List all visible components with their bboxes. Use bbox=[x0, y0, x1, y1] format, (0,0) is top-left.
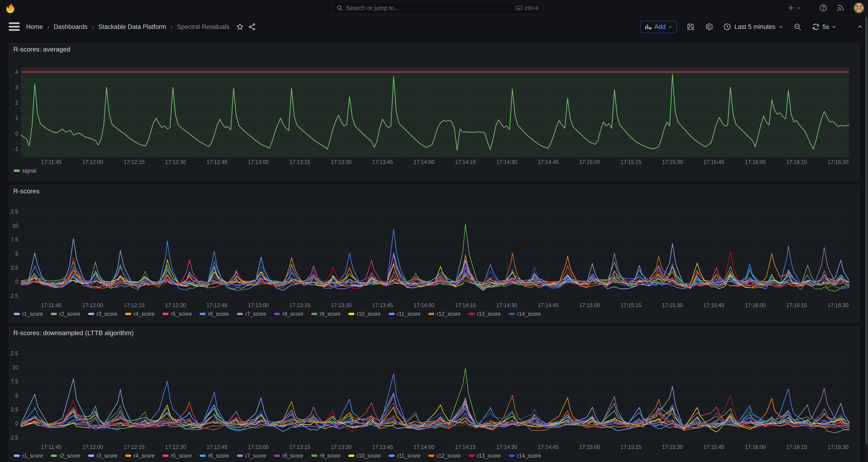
svg-text:2: 2 bbox=[15, 100, 18, 106]
legend-item[interactable]: r9_score bbox=[311, 453, 340, 459]
settings-gear-icon[interactable] bbox=[705, 22, 713, 31]
legend-item[interactable]: r2_score bbox=[51, 453, 80, 459]
legend-label: r10_score bbox=[357, 453, 380, 459]
scrollbar-thumb[interactable] bbox=[865, 17, 867, 444]
legend-item[interactable]: r4_score bbox=[125, 311, 154, 317]
legend-item[interactable]: r12_score bbox=[428, 311, 461, 317]
legend-swatch bbox=[428, 455, 434, 457]
svg-text:17:15:00: 17:15:00 bbox=[579, 159, 600, 165]
legend-label: r12_score bbox=[437, 311, 461, 317]
menu-toggle-button[interactable] bbox=[9, 22, 20, 31]
user-avatar[interactable] bbox=[854, 3, 864, 13]
svg-text:3: 3 bbox=[15, 85, 18, 91]
panel-rscores-averaged: R-scores: averaged 43210-117:11:4517:12:… bbox=[9, 43, 859, 181]
svg-text:17:15:45: 17:15:45 bbox=[704, 159, 724, 165]
svg-text:17:15:45: 17:15:45 bbox=[704, 444, 724, 450]
legend-item[interactable]: r12_score bbox=[428, 453, 461, 459]
legend-item[interactable]: r10_score bbox=[348, 311, 380, 317]
legend-item[interactable]: r14_score bbox=[509, 311, 541, 317]
legend-item[interactable]: r3_score bbox=[88, 311, 117, 317]
help-icon[interactable] bbox=[819, 4, 828, 12]
legend-swatch bbox=[311, 455, 317, 457]
svg-text:17:13:45: 17:13:45 bbox=[372, 302, 393, 308]
legend-item[interactable]: r13_score bbox=[469, 453, 501, 459]
legend-label: r13_score bbox=[477, 453, 501, 459]
svg-text:17:13:00: 17:13:00 bbox=[248, 302, 269, 308]
legend-item[interactable]: r11_score bbox=[389, 311, 421, 317]
search-input[interactable]: Search or jump to... ctrl+k bbox=[332, 2, 543, 14]
svg-text:17:13:00: 17:13:00 bbox=[248, 444, 269, 450]
favorite-star-icon[interactable] bbox=[236, 23, 244, 31]
grafana-logo-icon[interactable] bbox=[5, 3, 16, 13]
legend-item[interactable]: r7_score bbox=[237, 453, 266, 459]
legend-item[interactable]: r14_score bbox=[509, 453, 541, 459]
svg-text:17:16:00: 17:16:00 bbox=[745, 159, 766, 165]
breadcrumb-folder[interactable]: Stackable Data Platform bbox=[98, 23, 166, 31]
search-placeholder: Search or jump to... bbox=[346, 4, 512, 12]
new-button[interactable] bbox=[787, 4, 801, 12]
legend-swatch bbox=[125, 313, 131, 315]
breadcrumb-separator: › bbox=[47, 23, 50, 31]
legend-swatch bbox=[162, 455, 168, 457]
legend-item[interactable]: r1_score bbox=[14, 311, 43, 317]
panel-title[interactable]: R-scores: averaged bbox=[9, 43, 859, 55]
legend-swatch bbox=[274, 455, 280, 457]
svg-text:17:14:15: 17:14:15 bbox=[455, 159, 476, 165]
svg-text:17:16:00: 17:16:00 bbox=[745, 444, 766, 450]
legend-item[interactable]: r5_score bbox=[162, 453, 192, 459]
svg-text:17:12:15: 17:12:15 bbox=[124, 302, 145, 308]
breadcrumb-dashboards[interactable]: Dashboards bbox=[54, 23, 88, 31]
share-icon[interactable] bbox=[248, 23, 256, 31]
svg-text:17:15:00: 17:15:00 bbox=[579, 302, 600, 308]
legend-item[interactable]: r9_score bbox=[311, 311, 340, 317]
refresh-icon[interactable] bbox=[812, 23, 820, 31]
time-range-picker[interactable]: Last 5 minutes bbox=[723, 23, 784, 31]
legend-item[interactable]: r1_score bbox=[14, 453, 43, 459]
legend-label: r1_score bbox=[22, 453, 43, 459]
news-rss-icon[interactable] bbox=[836, 4, 845, 12]
legend-item[interactable]: r2_score bbox=[51, 311, 80, 317]
legend-swatch bbox=[199, 313, 206, 315]
legend-swatch bbox=[125, 455, 131, 457]
time-series-chart[interactable]: 12.5107.552.50-2.517:11:4517:12:0017:12:… bbox=[10, 338, 859, 451]
time-series-chart[interactable]: 12.5107.552.50-2.517:11:4517:12:0017:12:… bbox=[10, 196, 859, 309]
save-dashboard-icon[interactable] bbox=[686, 23, 695, 31]
panel-title[interactable]: R-scores bbox=[9, 185, 859, 196]
legend-item[interactable]: r10_score bbox=[348, 453, 380, 459]
svg-text:-1: -1 bbox=[13, 146, 18, 152]
header-actions bbox=[787, 0, 864, 16]
svg-text:17:15:45: 17:15:45 bbox=[704, 302, 724, 308]
legend-item[interactable]: r8_score bbox=[274, 453, 303, 459]
legend-swatch bbox=[428, 313, 434, 315]
zoom-out-icon[interactable] bbox=[794, 23, 802, 31]
legend-item[interactable]: r11_score bbox=[389, 453, 421, 459]
legend-swatch bbox=[14, 313, 20, 315]
legend-item[interactable]: r13_score bbox=[469, 311, 501, 317]
legend-item[interactable]: r8_score bbox=[274, 311, 303, 317]
dashboard-grid: R-scores: averaged 43210-117:11:4517:12:… bbox=[0, 38, 868, 462]
page-scrollbar[interactable] bbox=[865, 0, 868, 462]
legend-item[interactable]: r7_score bbox=[237, 311, 266, 317]
top-header: Search or jump to... ctrl+k bbox=[0, 0, 868, 16]
svg-text:17:12:00: 17:12:00 bbox=[82, 302, 103, 308]
legend-item[interactable]: r5_score bbox=[162, 311, 192, 317]
legend-label: r2_score bbox=[59, 311, 80, 317]
svg-text:17:16:30: 17:16:30 bbox=[828, 444, 849, 450]
legend-swatch bbox=[14, 170, 20, 172]
refresh-picker[interactable]: 5s bbox=[812, 23, 837, 31]
legend-swatch bbox=[162, 313, 168, 315]
legend-label: r7_score bbox=[245, 311, 266, 317]
legend-item[interactable]: r4_score bbox=[125, 453, 154, 459]
legend-item[interactable]: r6_score bbox=[199, 453, 229, 459]
legend-item[interactable]: signal bbox=[14, 168, 36, 174]
legend-item[interactable]: r6_score bbox=[199, 311, 229, 317]
svg-text:17:12:15: 17:12:15 bbox=[124, 444, 145, 450]
add-button[interactable]: Add bbox=[640, 21, 677, 33]
panel-title[interactable]: R-scores: downsampled (LTTB algorithm) bbox=[9, 327, 859, 338]
breadcrumb-home[interactable]: Home bbox=[26, 23, 43, 31]
chevron-down-icon bbox=[831, 24, 837, 29]
time-series-chart[interactable]: 43210-117:11:4517:12:0017:12:1517:12:301… bbox=[10, 55, 859, 165]
collapse-chevron-up-icon[interactable] bbox=[856, 23, 863, 30]
legend-item[interactable]: r3_score bbox=[88, 453, 117, 459]
legend-label: r5_score bbox=[171, 453, 192, 459]
